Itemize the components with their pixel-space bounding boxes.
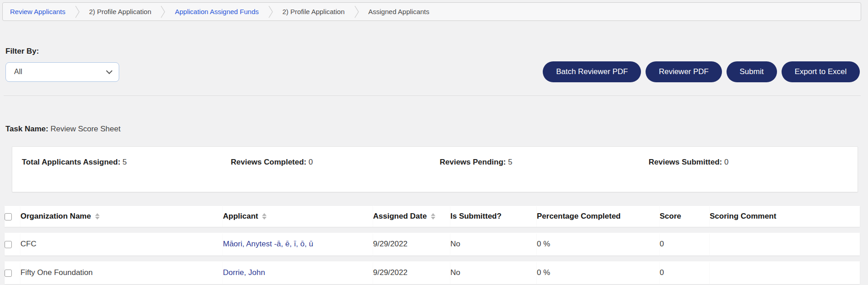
stat-reviews-submitted: Reviews Submitted: 0 (649, 158, 858, 167)
table-row: CFC Māori, Anytest -ā, ē, ī, ō, ū 9/29/2… (5, 233, 860, 255)
column-header-scoring-comment: Scoring Comment (710, 206, 860, 227)
breadcrumb-chevron-icon (161, 5, 165, 18)
row-checkbox[interactable] (5, 270, 12, 277)
task-name-value: Review Score Sheet (50, 125, 121, 133)
breadcrumb-item-assigned-applicants: Assigned Applicants (368, 8, 429, 15)
filter-select[interactable]: All (5, 62, 119, 82)
assigned-date-cell: 9/29/2022 (373, 261, 450, 284)
stat-reviews-completed: Reviews Completed: 0 (231, 158, 439, 167)
table-header-row: Organization Name Applicant Assigned Dat… (5, 206, 860, 227)
column-header-assigned-date[interactable]: Assigned Date (373, 206, 450, 227)
summary-card: Total Applicants Assigned: 5 Reviews Com… (12, 146, 858, 192)
sort-icon[interactable] (95, 213, 100, 220)
assigned-date-cell: 9/29/2022 (373, 233, 450, 255)
percentage-completed-cell: 0 % (537, 261, 660, 284)
column-header-is-submitted: Is Submitted? (450, 206, 537, 227)
column-header-percentage-completed: Percentage Completed (537, 206, 660, 227)
controls-row: All Batch Reviewer PDF Reviewer PDF Subm… (5, 61, 860, 82)
task-name: Task Name: Review Score Sheet (5, 125, 868, 134)
percentage-completed-cell: 0 % (537, 233, 660, 255)
breadcrumb-item-profile-application-2: 2) Profile Application (283, 8, 345, 15)
is-submitted-cell: No (450, 261, 537, 284)
breadcrumb-chevron-icon (75, 5, 80, 18)
scoring-comment-cell (710, 233, 860, 255)
column-header-applicant[interactable]: Applicant (223, 206, 373, 227)
sort-icon[interactable] (262, 213, 267, 220)
task-name-label: Task Name: (5, 125, 48, 133)
column-header-organization-name[interactable]: Organization Name (20, 206, 223, 227)
table-row: Fifty One Foundation Dorrie, John 9/29/2… (5, 261, 860, 284)
stat-reviews-pending: Reviews Pending: 5 (440, 158, 649, 167)
applicant-link[interactable]: Māori, Anytest -ā, ē, ī, ō, ū (223, 240, 313, 248)
score-cell: 0 (660, 261, 710, 284)
column-header-score: Score (660, 206, 710, 227)
export-to-excel-button[interactable]: Export to Excel (782, 61, 860, 82)
org-name-cell: CFC (20, 233, 223, 255)
sort-icon[interactable] (431, 213, 435, 220)
select-all-checkbox[interactable] (5, 213, 12, 220)
is-submitted-cell: No (450, 233, 537, 255)
section-divider (4, 95, 861, 96)
filter-select-value: All (14, 68, 106, 76)
filter-by-label: Filter By: (5, 47, 868, 56)
chevron-down-icon (106, 68, 112, 74)
org-name-cell: Fifty One Foundation (20, 261, 223, 284)
breadcrumb-item-review-applicants[interactable]: Review Applicants (10, 8, 66, 15)
breadcrumb-item-application-assigned-funds[interactable]: Application Assigned Funds (175, 8, 258, 15)
reviewer-pdf-button[interactable]: Reviewer PDF (646, 61, 722, 82)
breadcrumb-chevron-icon (354, 5, 359, 18)
submit-button[interactable]: Submit (727, 61, 777, 82)
breadcrumb: Review Applicants 2) Profile Application… (2, 2, 861, 21)
breadcrumb-chevron-icon (268, 5, 273, 18)
breadcrumb-item-profile-application-1: 2) Profile Application (89, 8, 151, 15)
applicant-link[interactable]: Dorrie, John (223, 268, 265, 277)
scoring-comment-cell (710, 261, 860, 284)
batch-reviewer-pdf-button[interactable]: Batch Reviewer PDF (543, 61, 641, 82)
score-cell: 0 (660, 233, 710, 255)
row-checkbox[interactable] (5, 241, 12, 248)
stat-total-applicants-assigned: Total Applicants Assigned: 5 (22, 158, 231, 167)
applicants-table: Organization Name Applicant Assigned Dat… (5, 200, 860, 285)
action-button-group: Batch Reviewer PDF Reviewer PDF Submit E… (543, 61, 860, 82)
